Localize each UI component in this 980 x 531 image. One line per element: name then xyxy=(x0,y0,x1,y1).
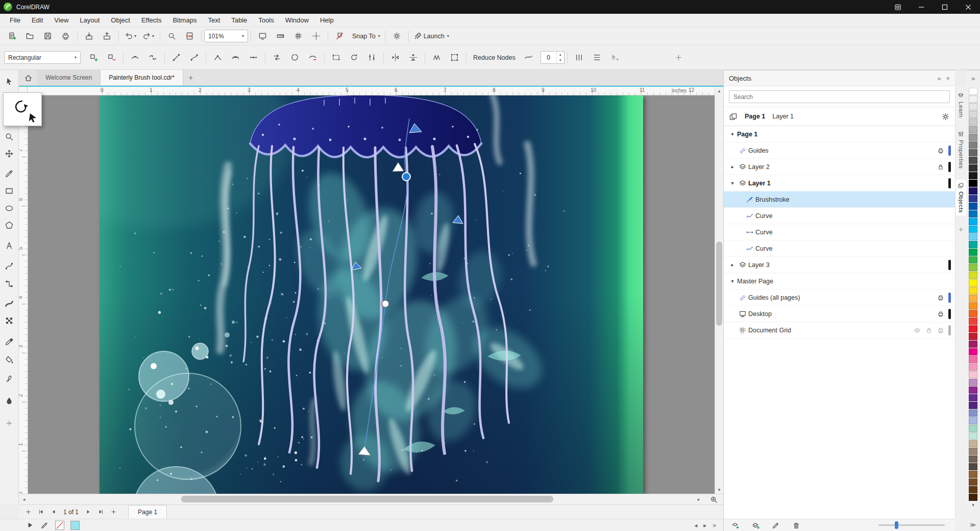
menu-view[interactable]: View xyxy=(48,14,74,27)
add-docker-button[interactable] xyxy=(955,224,966,235)
touch-mode-icon[interactable] xyxy=(886,0,910,14)
menu-bitmaps[interactable]: Bitmaps xyxy=(167,14,202,27)
docker-tab-learn[interactable]: Learn xyxy=(955,90,966,120)
artistic-media-tool[interactable] xyxy=(2,296,17,311)
status-pen-icon[interactable] xyxy=(40,521,49,529)
scroll-left-button[interactable]: ◂ xyxy=(20,495,28,503)
home-button[interactable] xyxy=(19,70,37,85)
palette-swatch[interactable] xyxy=(969,394,977,401)
palette-swatch[interactable] xyxy=(969,417,977,424)
print-button[interactable] xyxy=(57,29,74,43)
palette-swatch[interactable] xyxy=(969,387,977,394)
open-button[interactable] xyxy=(21,29,38,43)
cusp-node-button[interactable] xyxy=(209,51,226,64)
smear-tool[interactable] xyxy=(2,371,17,387)
tree-group-page-1[interactable]: ▾Page 1 xyxy=(724,126,955,142)
palette-swatch[interactable] xyxy=(969,134,977,141)
knife-tool[interactable] xyxy=(2,166,17,181)
menu-edit[interactable]: Edit xyxy=(26,14,48,27)
bezier-tool[interactable] xyxy=(2,258,17,274)
palette-swatch[interactable] xyxy=(969,241,977,248)
close-curve-button[interactable] xyxy=(286,51,303,64)
reflect-nodes-vertically-button[interactable] xyxy=(405,51,422,64)
palette-swatch[interactable] xyxy=(969,272,977,279)
tree-item-guides[interactable]: Guides xyxy=(724,142,955,159)
palette-swatch[interactable] xyxy=(969,264,977,271)
free-transform-tool[interactable] xyxy=(2,146,17,161)
palette-swatch[interactable] xyxy=(969,310,977,317)
convert-to-line-button[interactable] xyxy=(168,51,185,64)
add-tools-button[interactable] xyxy=(2,416,17,431)
tree-item-layer-3[interactable]: ▸Layer 3 xyxy=(724,257,955,273)
save-button[interactable] xyxy=(39,29,56,43)
palette-swatch[interactable] xyxy=(969,425,977,432)
palette-swatch[interactable] xyxy=(969,126,977,133)
palette-swatch[interactable] xyxy=(969,494,977,501)
palette-swatch[interactable] xyxy=(969,463,977,470)
snap-to-button[interactable]: Snap To▾ xyxy=(349,29,382,43)
palette-swatch[interactable] xyxy=(969,432,977,440)
palette-swatch[interactable] xyxy=(969,256,977,263)
docker-tab-objects[interactable]: Objects xyxy=(955,180,966,215)
tree-item-document-grid[interactable]: Document Grid xyxy=(724,322,955,339)
palette-swatch[interactable] xyxy=(969,210,977,218)
palette-swatch[interactable] xyxy=(969,295,977,302)
palette-swatch[interactable] xyxy=(969,233,977,240)
printer-icon[interactable] xyxy=(937,310,944,318)
edit-layer-button[interactable] xyxy=(769,520,782,530)
mesh-fill-tool[interactable] xyxy=(2,313,17,328)
menu-help[interactable]: Help xyxy=(314,14,339,27)
reverse-direction-button[interactable] xyxy=(268,51,285,64)
eye-icon[interactable] xyxy=(914,327,921,334)
palette-swatch[interactable] xyxy=(969,195,977,202)
palette-swatch[interactable] xyxy=(969,226,977,233)
palette-swatch[interactable] xyxy=(969,287,977,294)
first-page-button[interactable] xyxy=(35,506,47,518)
menu-layout[interactable]: Layout xyxy=(74,14,105,27)
layer-color-bar[interactable] xyxy=(948,293,951,303)
preset-combo[interactable]: Rectangular▾ xyxy=(4,51,81,64)
new-tab-button[interactable]: + xyxy=(183,70,199,85)
symmetrical-node-button[interactable] xyxy=(245,51,262,64)
zoom-fit-button[interactable] xyxy=(706,495,721,503)
show-rulers-button[interactable] xyxy=(272,29,289,43)
tree-group-master-page[interactable]: ▾Master Page xyxy=(724,273,955,289)
palette-swatch[interactable] xyxy=(969,218,977,225)
palette-swatch[interactable] xyxy=(969,478,977,486)
node-handle[interactable] xyxy=(382,300,389,307)
palette-swatch[interactable] xyxy=(969,333,977,340)
break-curve-button[interactable] xyxy=(144,51,161,64)
polygon-tool[interactable] xyxy=(2,218,17,233)
collapse-icon[interactable]: ▾ xyxy=(728,278,737,284)
selected-node-handle[interactable] xyxy=(402,173,410,181)
horizontal-scrollbar[interactable]: ◂ ▸ xyxy=(19,494,723,504)
customize-property-bar-button[interactable] xyxy=(670,51,687,64)
distribute-nodes-horizontally-button[interactable] xyxy=(571,51,587,64)
palette-swatch[interactable] xyxy=(969,486,977,493)
smoothness-stepper[interactable]: ▴▾ xyxy=(556,52,564,63)
distribute-nodes-vertically-button[interactable] xyxy=(589,51,605,64)
palette-swatch[interactable] xyxy=(969,364,977,371)
vertical-scroll-thumb[interactable] xyxy=(716,242,722,326)
page-layer-selector[interactable] xyxy=(729,112,738,121)
thumbnail-size-slider[interactable] xyxy=(878,524,945,526)
reflect-nodes-horizontally-button[interactable] xyxy=(387,51,404,64)
palette-scroll-down-icon[interactable]: ▾ xyxy=(972,502,974,508)
jellyfish-artwork[interactable] xyxy=(100,95,643,494)
horizontal-scroll-thumb[interactable] xyxy=(181,496,553,502)
new-document-button[interactable] xyxy=(4,29,20,43)
maximize-button[interactable] xyxy=(933,0,957,14)
palette-expand-icon[interactable]: » xyxy=(713,522,716,529)
elastic-mode-button[interactable] xyxy=(428,51,445,64)
palette-swatch[interactable] xyxy=(969,356,977,363)
expand-icon[interactable]: ▸ xyxy=(728,262,737,268)
rotate-nodes-button[interactable] xyxy=(346,51,362,64)
layer-color-bar[interactable] xyxy=(948,325,951,335)
convert-to-curve-button[interactable] xyxy=(186,51,203,64)
insert-page-button[interactable] xyxy=(107,506,120,518)
tree-item-curve[interactable]: Curve xyxy=(724,240,955,257)
align-nodes-button[interactable] xyxy=(363,51,380,64)
scroll-right-button[interactable]: ▸ xyxy=(695,495,703,503)
docker-close-icon[interactable]: × xyxy=(946,75,950,82)
extract-subpath-button[interactable] xyxy=(304,51,321,64)
